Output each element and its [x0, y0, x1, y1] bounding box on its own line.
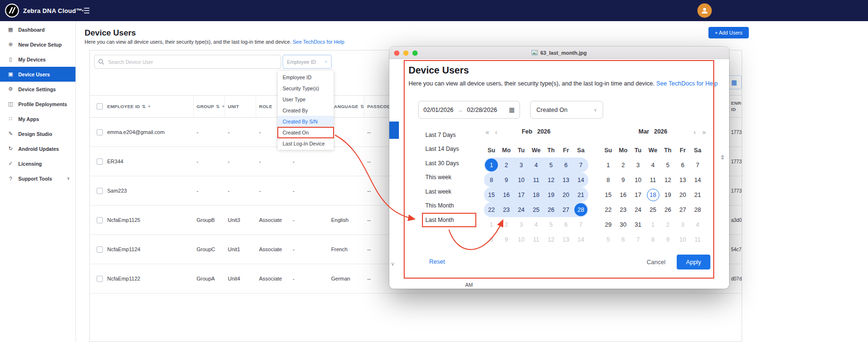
calendar-day[interactable]: 20 — [558, 187, 573, 202]
calendar-day[interactable]: 30 — [616, 217, 631, 232]
calendar-day[interactable]: 25 — [645, 202, 660, 217]
calendar-day[interactable]: 1 — [484, 158, 499, 172]
filter-option-user-type[interactable]: User Type — [278, 94, 334, 105]
calendar-day[interactable]: 7 — [573, 217, 588, 232]
calendar-day[interactable]: 13 — [675, 172, 690, 187]
column-header-enrollment-id[interactable]: ENROLL ID — [728, 96, 742, 117]
calendar-day[interactable]: 18 — [645, 187, 660, 202]
calendar-day[interactable]: 18 — [529, 187, 544, 202]
calendar-day[interactable]: 7 — [573, 158, 588, 172]
filter-option-created-by-s-n[interactable]: Created By S/N — [278, 116, 334, 127]
calendar-day[interactable]: 4 — [645, 158, 660, 172]
calendar-day[interactable]: 1 — [601, 158, 616, 172]
filter-icon[interactable]: ▼ — [148, 105, 151, 108]
header-checkbox[interactable] — [97, 103, 103, 110]
calendar-day[interactable]: 4 — [529, 217, 544, 232]
preset-last-week[interactable]: Last week — [425, 184, 459, 199]
calendar-day[interactable]: 2 — [616, 158, 631, 172]
calendar-day[interactable]: 8 — [484, 232, 499, 247]
calendar-day[interactable]: 5 — [544, 158, 558, 172]
row-checkbox[interactable] — [97, 188, 103, 194]
preset-last-month[interactable]: Last Month — [425, 213, 459, 227]
calendar-day[interactable]: 28 — [573, 202, 588, 217]
calendar-day[interactable]: 24 — [514, 202, 529, 217]
calendar-day[interactable]: 8 — [645, 232, 660, 247]
calendar-day[interactable]: 10 — [675, 232, 690, 247]
calendar-day[interactable]: 17 — [631, 187, 645, 202]
calendar-day[interactable]: 3 — [631, 158, 645, 172]
calendar-day[interactable]: 1 — [645, 217, 660, 232]
calendar-day[interactable]: 10 — [514, 232, 529, 247]
calendar-day[interactable]: 23 — [499, 202, 514, 217]
calendar-day[interactable]: 2 — [660, 217, 675, 232]
calendar-day[interactable]: 19 — [660, 187, 675, 202]
calendar-day[interactable]: 20 — [675, 187, 690, 202]
sort-icon[interactable]: ⇅ — [216, 104, 220, 109]
sort-icon[interactable]: ⇅ — [142, 104, 146, 109]
apply-button[interactable]: Apply — [677, 255, 710, 269]
calendar-day[interactable]: 2 — [499, 217, 514, 232]
calendar-day[interactable]: 10 — [631, 172, 645, 187]
calendar-day[interactable]: 4 — [690, 217, 705, 232]
calendar-day[interactable]: 14 — [573, 232, 588, 247]
column-header-unit[interactable]: UNIT — [225, 96, 256, 117]
calendar-day[interactable]: 8 — [601, 172, 616, 187]
calendar-day[interactable]: 6 — [616, 232, 631, 247]
calendar-day[interactable]: 1 — [484, 217, 499, 232]
calendar-day[interactable]: 9 — [616, 172, 631, 187]
calendar-day[interactable]: 16 — [499, 187, 514, 202]
calendar-day[interactable]: 19 — [544, 187, 558, 202]
calendar-day[interactable]: 21 — [573, 187, 588, 202]
preset-this-month[interactable]: This Month — [425, 199, 459, 213]
calendar-day[interactable]: 15 — [601, 187, 616, 202]
user-avatar[interactable] — [697, 3, 712, 18]
column-header-employee-id[interactable]: EMPLOYEE ID ⇅ ▼ — [104, 96, 194, 117]
calendar-day[interactable]: 12 — [544, 232, 558, 247]
calendar-day[interactable]: 3 — [514, 217, 529, 232]
sidebar-item-my-devices[interactable]: ▯My Devices — [0, 52, 75, 67]
calendar-day[interactable]: 5 — [660, 158, 675, 172]
sidebar-item-device-users[interactable]: ▣Device Users — [0, 67, 75, 82]
calendar-day[interactable]: 26 — [544, 202, 558, 217]
calendar-day[interactable]: 28 — [690, 202, 705, 217]
sidebar-item-dashboard[interactable]: ▦Dashboard — [0, 22, 75, 37]
techdocs-help-link[interactable]: See TechDocs for Help — [293, 39, 344, 45]
calendar-day[interactable]: 16 — [616, 187, 631, 202]
cancel-button[interactable]: Cancel — [638, 255, 674, 269]
date-range-input[interactable]: 02/01/2026 → 02/28/2026 ▦ — [418, 101, 520, 119]
calendar-day[interactable]: 9 — [499, 232, 514, 247]
filter-select[interactable]: Employee ID ∨ — [283, 55, 332, 69]
zoom-button[interactable] — [412, 50, 418, 56]
calendar-day[interactable]: 27 — [558, 202, 573, 217]
calendar-day[interactable]: 15 — [484, 187, 499, 202]
calendar-day[interactable]: 13 — [558, 172, 573, 187]
calendar-day[interactable]: 12 — [544, 172, 558, 187]
minimize-button[interactable] — [403, 50, 409, 56]
column-header-language[interactable]: LANGUAGE ⇅ — [328, 96, 364, 117]
calendar-day[interactable]: 12 — [660, 172, 675, 187]
calendar-day[interactable]: 2 — [499, 158, 514, 172]
calendar-day[interactable]: 11 — [690, 232, 705, 247]
calendar-day[interactable]: 5 — [544, 217, 558, 232]
close-button[interactable] — [394, 50, 399, 56]
preset-last-7-days[interactable]: Last 7 Days — [425, 128, 459, 142]
sidebar-item-android-updates[interactable]: ↻Android Updates — [0, 141, 75, 156]
calendar-day[interactable]: 25 — [529, 202, 544, 217]
calendar-day[interactable]: 22 — [484, 202, 499, 217]
calendar-day[interactable]: 14 — [690, 172, 705, 187]
filter-option-security-type-s[interactable]: Security Type(s) — [278, 83, 334, 94]
column-header-group[interactable]: GROUP ⇅ ▼ — [194, 96, 225, 117]
screenshot-window-titlebar[interactable]: 63_last_month.jpg — [389, 47, 729, 59]
filter-option-last-log-in-device[interactable]: Last Log-In Device — [278, 138, 334, 149]
preset-last-30-days[interactable]: Last 30 Days — [425, 156, 459, 171]
calendar-day[interactable]: 6 — [558, 158, 573, 172]
row-checkbox[interactable] — [97, 159, 103, 165]
calendar-day[interactable]: 26 — [660, 202, 675, 217]
preset-this-week[interactable]: This week — [425, 171, 459, 185]
calendar-day[interactable]: 29 — [601, 217, 616, 232]
calendar-day[interactable]: 27 — [675, 202, 690, 217]
row-checkbox[interactable] — [97, 217, 103, 223]
calendar-day[interactable]: 31 — [631, 217, 645, 232]
sidebar-item-design-studio[interactable]: ✎Design Studio — [0, 126, 75, 141]
add-users-button[interactable]: + Add Users — [708, 27, 749, 38]
